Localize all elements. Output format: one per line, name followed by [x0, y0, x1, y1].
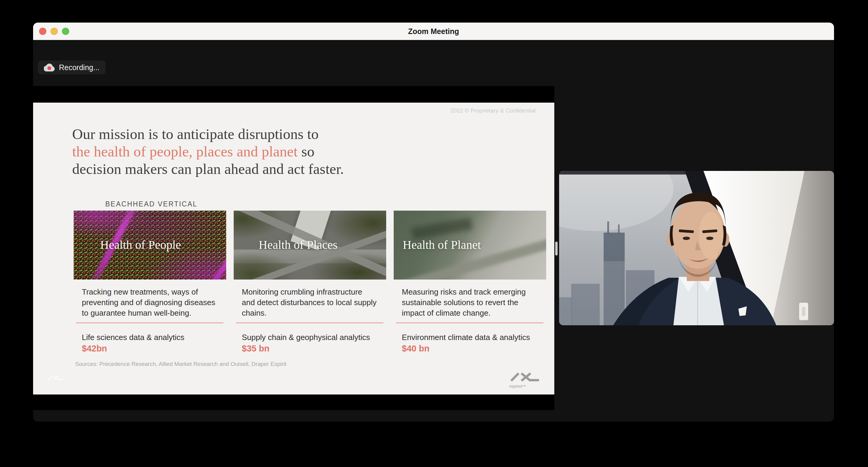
- recording-label: Recording...: [59, 63, 99, 72]
- headline-line3: decision makers can plan ahead and act f…: [72, 161, 344, 177]
- desktop-background: Zoom Meeting Recording... 2022 © Proprie…: [0, 0, 868, 467]
- card-title: Health of Planet: [403, 238, 481, 252]
- zoom-meeting-window: Zoom Meeting Recording... 2022 © Proprie…: [33, 23, 834, 421]
- recording-cloud-icon: [44, 63, 55, 71]
- confidential-note: 2022 © Proprietary & Confidential: [451, 108, 536, 114]
- recording-indicator[interactable]: Recording...: [38, 60, 105, 74]
- decorative-texture: [411, 217, 472, 240]
- headline-line2-suffix: so: [298, 143, 315, 160]
- card-category: Life sciences data & analytics: [82, 332, 226, 343]
- card-description: Tracking new treatments, ways of prevent…: [82, 287, 217, 318]
- section-label: BEACHHEAD VERTICAL: [105, 200, 197, 208]
- vertical-cards-row: Health of People Tracking new treatments…: [74, 211, 546, 354]
- card-market-value: $40 bn: [402, 344, 546, 354]
- card-health-of-planet: Health of Planet Measuring risks and tra…: [394, 211, 546, 354]
- card-description: Measuring risks and track emerging susta…: [402, 287, 537, 318]
- screen-share-area: 2022 © Proprietary & Confidential Our mi…: [33, 86, 554, 410]
- card-title: Health of People: [100, 238, 181, 252]
- panel-resize-handle[interactable]: [555, 242, 558, 256]
- window-titlebar[interactable]: Zoom Meeting: [33, 23, 834, 40]
- card-market-value: $35 bn: [242, 344, 386, 354]
- card-health-of-places: Health of Places Monitoring crumbling in…: [234, 211, 386, 354]
- headline-highlight: the health of people, places and planet: [72, 143, 298, 160]
- card-category: Supply chain & geophysical analytics: [242, 332, 386, 343]
- slide-headline: Our mission is to anticipate disruptions…: [72, 125, 433, 178]
- presentation-slide: 2022 © Proprietary & Confidential Our mi…: [33, 103, 554, 395]
- card-title: Health of Places: [259, 238, 337, 252]
- window-title: Zoom Meeting: [33, 23, 834, 40]
- participant-video-feed: [559, 171, 834, 325]
- card-image-highway-aerial: Health of Places: [234, 211, 386, 280]
- sources-note: Sources: Precedence Research, Allied Mar…: [75, 361, 286, 368]
- applied-xl-watermark-icon: [47, 375, 64, 381]
- card-health-of-people: Health of People Tracking new treatments…: [74, 211, 226, 354]
- applied-xl-logo-icon: [508, 372, 541, 382]
- card-description: Monitoring crumbling infrastructure and …: [242, 287, 377, 318]
- card-divider: [396, 323, 544, 323]
- participant-video[interactable]: [559, 171, 834, 325]
- card-divider: [236, 323, 383, 323]
- meeting-content: Recording... 2022 © Proprietary & Confid…: [33, 40, 834, 421]
- brand-label: Applied™: [509, 384, 542, 388]
- card-category: Environment climate data & analytics: [402, 332, 546, 343]
- headline-line1: Our mission is to anticipate disruptions…: [72, 126, 318, 142]
- decorative-texture: [195, 211, 226, 280]
- card-image-coastal-aerial: Health of Planet: [394, 211, 546, 280]
- card-divider: [76, 323, 223, 323]
- brand-logo-block: Applied™: [508, 372, 542, 388]
- card-image-microscopy: Health of People: [74, 211, 226, 280]
- card-market-value: $42bn: [82, 344, 226, 354]
